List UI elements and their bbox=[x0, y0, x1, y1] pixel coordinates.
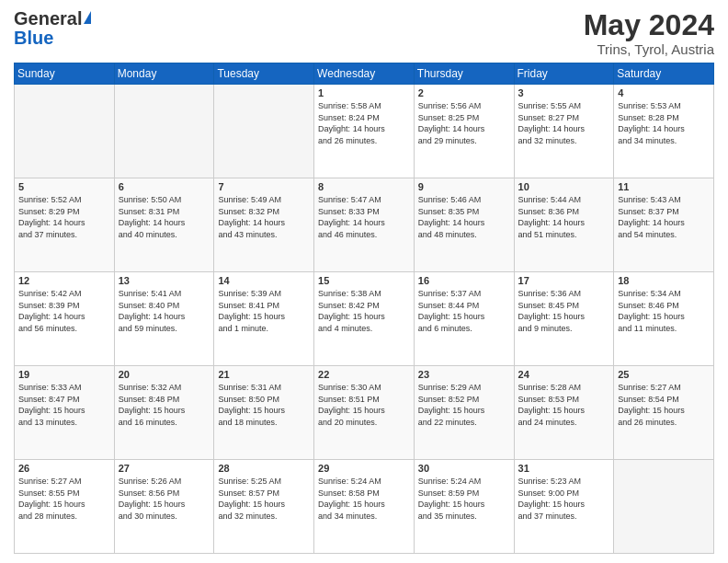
day-info: Sunrise: 5:58 AM Sunset: 8:24 PM Dayligh… bbox=[318, 100, 410, 146]
col-sunday: Sunday bbox=[15, 63, 115, 85]
calendar-cell: 16Sunrise: 5:37 AM Sunset: 8:44 PM Dayli… bbox=[414, 272, 514, 366]
calendar-cell: 13Sunrise: 5:41 AM Sunset: 8:40 PM Dayli… bbox=[114, 272, 214, 366]
calendar-cell: 21Sunrise: 5:31 AM Sunset: 8:50 PM Dayli… bbox=[214, 366, 314, 460]
day-info: Sunrise: 5:23 AM Sunset: 9:00 PM Dayligh… bbox=[518, 476, 610, 522]
day-info: Sunrise: 5:52 AM Sunset: 8:29 PM Dayligh… bbox=[18, 194, 110, 240]
calendar-cell bbox=[114, 85, 214, 178]
col-tuesday: Tuesday bbox=[214, 63, 314, 85]
day-info: Sunrise: 5:30 AM Sunset: 8:51 PM Dayligh… bbox=[318, 382, 410, 428]
page: General Blue May 2024 Trins, Tyrol, Aust… bbox=[0, 0, 728, 563]
day-number: 2 bbox=[418, 87, 510, 98]
calendar-cell: 19Sunrise: 5:33 AM Sunset: 8:47 PM Dayli… bbox=[15, 366, 115, 460]
day-number: 25 bbox=[618, 369, 710, 380]
day-number: 27 bbox=[119, 463, 210, 474]
day-info: Sunrise: 5:29 AM Sunset: 8:52 PM Dayligh… bbox=[418, 382, 510, 428]
day-info: Sunrise: 5:33 AM Sunset: 8:47 PM Dayligh… bbox=[18, 382, 110, 428]
header-row: Sunday Monday Tuesday Wednesday Thursday… bbox=[15, 63, 714, 85]
calendar-cell: 31Sunrise: 5:23 AM Sunset: 9:00 PM Dayli… bbox=[514, 460, 614, 554]
calendar-cell: 4Sunrise: 5:53 AM Sunset: 8:28 PM Daylig… bbox=[614, 85, 714, 178]
col-monday: Monday bbox=[114, 63, 214, 85]
day-info: Sunrise: 5:31 AM Sunset: 8:50 PM Dayligh… bbox=[218, 382, 310, 428]
calendar-cell: 15Sunrise: 5:38 AM Sunset: 8:42 PM Dayli… bbox=[314, 272, 415, 366]
header: General Blue May 2024 Trins, Tyrol, Aust… bbox=[14, 9, 714, 57]
col-saturday: Saturday bbox=[614, 63, 714, 85]
col-thursday: Thursday bbox=[414, 63, 514, 85]
logo-blue: Blue bbox=[14, 28, 53, 49]
day-number: 7 bbox=[218, 181, 310, 192]
calendar-cell bbox=[214, 85, 314, 178]
calendar-cell: 6Sunrise: 5:50 AM Sunset: 8:31 PM Daylig… bbox=[114, 178, 214, 272]
logo-triangle-icon bbox=[84, 11, 91, 24]
calendar-table: Sunday Monday Tuesday Wednesday Thursday… bbox=[14, 63, 714, 554]
day-number: 14 bbox=[218, 275, 310, 286]
calendar-cell: 9Sunrise: 5:46 AM Sunset: 8:35 PM Daylig… bbox=[414, 178, 514, 272]
day-number: 20 bbox=[119, 369, 210, 380]
calendar-cell: 10Sunrise: 5:44 AM Sunset: 8:36 PM Dayli… bbox=[514, 178, 614, 272]
day-info: Sunrise: 5:44 AM Sunset: 8:36 PM Dayligh… bbox=[518, 194, 610, 240]
day-number: 5 bbox=[18, 181, 110, 192]
calendar-cell bbox=[614, 460, 714, 554]
day-number: 13 bbox=[119, 275, 210, 286]
day-info: Sunrise: 5:36 AM Sunset: 8:45 PM Dayligh… bbox=[518, 288, 610, 334]
col-friday: Friday bbox=[514, 63, 614, 85]
day-number: 19 bbox=[18, 369, 110, 380]
day-info: Sunrise: 5:38 AM Sunset: 8:42 PM Dayligh… bbox=[318, 288, 410, 334]
calendar-subtitle: Trins, Tyrol, Austria bbox=[584, 41, 714, 57]
day-info: Sunrise: 5:47 AM Sunset: 8:33 PM Dayligh… bbox=[318, 194, 410, 240]
calendar-cell: 28Sunrise: 5:25 AM Sunset: 8:57 PM Dayli… bbox=[214, 460, 314, 554]
day-info: Sunrise: 5:34 AM Sunset: 8:46 PM Dayligh… bbox=[618, 288, 710, 334]
day-info: Sunrise: 5:53 AM Sunset: 8:28 PM Dayligh… bbox=[618, 100, 710, 146]
day-info: Sunrise: 5:42 AM Sunset: 8:39 PM Dayligh… bbox=[18, 288, 110, 334]
calendar-cell: 23Sunrise: 5:29 AM Sunset: 8:52 PM Dayli… bbox=[414, 366, 514, 460]
col-wednesday: Wednesday bbox=[314, 63, 415, 85]
calendar-cell: 11Sunrise: 5:43 AM Sunset: 8:37 PM Dayli… bbox=[614, 178, 714, 272]
day-number: 22 bbox=[318, 369, 410, 380]
day-number: 15 bbox=[318, 275, 410, 286]
day-info: Sunrise: 5:37 AM Sunset: 8:44 PM Dayligh… bbox=[418, 288, 510, 334]
day-number: 11 bbox=[618, 181, 710, 192]
calendar-cell: 27Sunrise: 5:26 AM Sunset: 8:56 PM Dayli… bbox=[114, 460, 214, 554]
day-info: Sunrise: 5:28 AM Sunset: 8:53 PM Dayligh… bbox=[518, 382, 610, 428]
day-info: Sunrise: 5:43 AM Sunset: 8:37 PM Dayligh… bbox=[618, 194, 710, 240]
day-number: 31 bbox=[518, 463, 610, 474]
day-number: 21 bbox=[218, 369, 310, 380]
logo-general: General bbox=[14, 9, 82, 28]
day-info: Sunrise: 5:46 AM Sunset: 8:35 PM Dayligh… bbox=[418, 194, 510, 240]
calendar-cell: 26Sunrise: 5:27 AM Sunset: 8:55 PM Dayli… bbox=[15, 460, 115, 554]
day-number: 1 bbox=[318, 87, 410, 98]
day-number: 9 bbox=[418, 181, 510, 192]
calendar-cell: 18Sunrise: 5:34 AM Sunset: 8:46 PM Dayli… bbox=[614, 272, 714, 366]
day-number: 23 bbox=[418, 369, 510, 380]
day-number: 12 bbox=[18, 275, 110, 286]
day-info: Sunrise: 5:27 AM Sunset: 8:54 PM Dayligh… bbox=[618, 382, 710, 428]
day-info: Sunrise: 5:55 AM Sunset: 8:27 PM Dayligh… bbox=[518, 100, 610, 146]
day-number: 3 bbox=[518, 87, 610, 98]
day-number: 16 bbox=[418, 275, 510, 286]
day-number: 6 bbox=[119, 181, 210, 192]
day-info: Sunrise: 5:26 AM Sunset: 8:56 PM Dayligh… bbox=[119, 476, 210, 522]
calendar-cell: 1Sunrise: 5:58 AM Sunset: 8:24 PM Daylig… bbox=[314, 85, 415, 178]
day-info: Sunrise: 5:56 AM Sunset: 8:25 PM Dayligh… bbox=[418, 100, 510, 146]
calendar-cell: 29Sunrise: 5:24 AM Sunset: 8:58 PM Dayli… bbox=[314, 460, 415, 554]
title-block: May 2024 Trins, Tyrol, Austria bbox=[584, 9, 714, 57]
day-info: Sunrise: 5:24 AM Sunset: 8:58 PM Dayligh… bbox=[318, 476, 410, 522]
calendar-cell: 20Sunrise: 5:32 AM Sunset: 8:48 PM Dayli… bbox=[114, 366, 214, 460]
calendar-title: May 2024 bbox=[584, 9, 714, 41]
calendar-cell: 12Sunrise: 5:42 AM Sunset: 8:39 PM Dayli… bbox=[15, 272, 115, 366]
day-number: 17 bbox=[518, 275, 610, 286]
day-info: Sunrise: 5:25 AM Sunset: 8:57 PM Dayligh… bbox=[218, 476, 310, 522]
day-number: 4 bbox=[618, 87, 710, 98]
calendar-cell: 5Sunrise: 5:52 AM Sunset: 8:29 PM Daylig… bbox=[15, 178, 115, 272]
day-info: Sunrise: 5:32 AM Sunset: 8:48 PM Dayligh… bbox=[119, 382, 210, 428]
day-number: 18 bbox=[618, 275, 710, 286]
calendar-cell: 22Sunrise: 5:30 AM Sunset: 8:51 PM Dayli… bbox=[314, 366, 415, 460]
day-number: 10 bbox=[518, 181, 610, 192]
logo: General Blue bbox=[14, 9, 91, 49]
day-info: Sunrise: 5:50 AM Sunset: 8:31 PM Dayligh… bbox=[119, 194, 210, 240]
day-number: 8 bbox=[318, 181, 410, 192]
calendar-cell: 24Sunrise: 5:28 AM Sunset: 8:53 PM Dayli… bbox=[514, 366, 614, 460]
day-number: 28 bbox=[218, 463, 310, 474]
day-info: Sunrise: 5:41 AM Sunset: 8:40 PM Dayligh… bbox=[119, 288, 210, 334]
day-info: Sunrise: 5:24 AM Sunset: 8:59 PM Dayligh… bbox=[418, 476, 510, 522]
calendar-cell: 8Sunrise: 5:47 AM Sunset: 8:33 PM Daylig… bbox=[314, 178, 415, 272]
